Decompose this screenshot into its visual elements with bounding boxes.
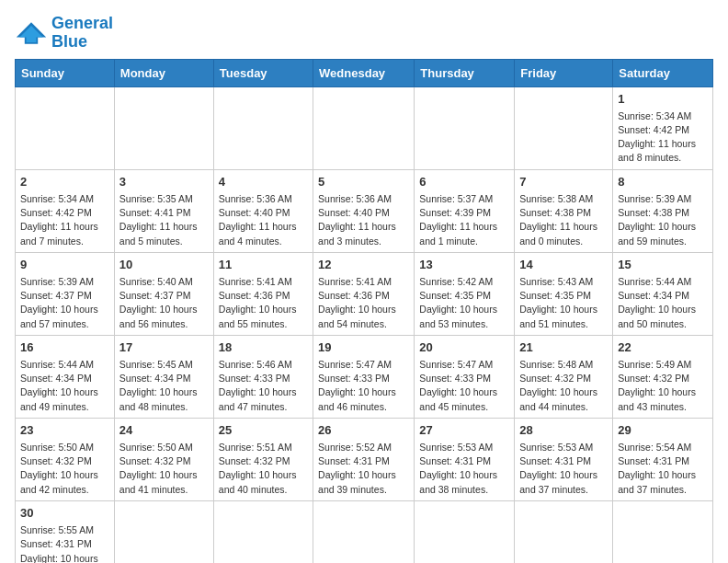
calendar-cell: 14Sunrise: 5:43 AM Sunset: 4:35 PM Dayli… bbox=[515, 252, 613, 335]
calendar-cell: 2Sunrise: 5:34 AM Sunset: 4:42 PM Daylig… bbox=[16, 169, 115, 252]
day-info: Sunrise: 5:54 AM Sunset: 4:31 PM Dayligh… bbox=[618, 441, 708, 497]
day-number: 22 bbox=[618, 339, 708, 356]
header-friday: Friday bbox=[515, 59, 613, 86]
calendar-cell bbox=[313, 86, 415, 169]
day-number: 7 bbox=[519, 174, 608, 190]
calendar-cell: 8Sunrise: 5:39 AM Sunset: 4:38 PM Daylig… bbox=[613, 169, 713, 252]
day-number: 23 bbox=[20, 422, 109, 439]
calendar-week-5: 30Sunrise: 5:55 AM Sunset: 4:31 PM Dayli… bbox=[16, 500, 713, 563]
calendar-cell bbox=[415, 500, 515, 563]
day-number: 28 bbox=[519, 422, 608, 439]
calendar-week-1: 2Sunrise: 5:34 AM Sunset: 4:42 PM Daylig… bbox=[16, 169, 713, 252]
calendar-cell: 3Sunrise: 5:35 AM Sunset: 4:41 PM Daylig… bbox=[114, 169, 213, 252]
day-info: Sunrise: 5:41 AM Sunset: 4:36 PM Dayligh… bbox=[318, 275, 409, 331]
calendar-week-2: 9Sunrise: 5:39 AM Sunset: 4:37 PM Daylig… bbox=[16, 252, 713, 335]
day-number: 30 bbox=[20, 505, 109, 522]
day-info: Sunrise: 5:44 AM Sunset: 4:34 PM Dayligh… bbox=[618, 275, 708, 331]
day-number: 15 bbox=[618, 257, 708, 273]
day-info: Sunrise: 5:36 AM Sunset: 4:40 PM Dayligh… bbox=[219, 192, 308, 248]
day-info: Sunrise: 5:40 AM Sunset: 4:37 PM Dayligh… bbox=[119, 275, 209, 331]
day-info: Sunrise: 5:47 AM Sunset: 4:33 PM Dayligh… bbox=[318, 358, 409, 414]
day-info: Sunrise: 5:53 AM Sunset: 4:31 PM Dayligh… bbox=[419, 441, 509, 497]
logo-icon bbox=[15, 20, 48, 46]
day-info: Sunrise: 5:44 AM Sunset: 4:34 PM Dayligh… bbox=[20, 358, 109, 414]
calendar-cell bbox=[415, 86, 515, 169]
day-number: 27 bbox=[419, 422, 509, 439]
day-info: Sunrise: 5:46 AM Sunset: 4:33 PM Dayligh… bbox=[219, 358, 308, 414]
calendar-cell: 22Sunrise: 5:49 AM Sunset: 4:32 PM Dayli… bbox=[613, 335, 713, 418]
day-info: Sunrise: 5:38 AM Sunset: 4:38 PM Dayligh… bbox=[519, 192, 608, 248]
calendar-cell: 13Sunrise: 5:42 AM Sunset: 4:35 PM Dayli… bbox=[415, 252, 515, 335]
day-number: 14 bbox=[519, 257, 608, 273]
day-info: Sunrise: 5:51 AM Sunset: 4:32 PM Dayligh… bbox=[219, 441, 308, 497]
calendar-header-row: SundayMondayTuesdayWednesdayThursdayFrid… bbox=[16, 59, 713, 86]
calendar-cell: 17Sunrise: 5:45 AM Sunset: 4:34 PM Dayli… bbox=[114, 335, 213, 418]
calendar-cell: 6Sunrise: 5:37 AM Sunset: 4:39 PM Daylig… bbox=[415, 169, 515, 252]
header-thursday: Thursday bbox=[415, 59, 515, 86]
day-info: Sunrise: 5:55 AM Sunset: 4:31 PM Dayligh… bbox=[20, 523, 109, 563]
day-number: 10 bbox=[119, 257, 209, 273]
day-info: Sunrise: 5:36 AM Sunset: 4:40 PM Dayligh… bbox=[318, 192, 409, 248]
calendar-cell: 18Sunrise: 5:46 AM Sunset: 4:33 PM Dayli… bbox=[213, 335, 313, 418]
calendar-cell: 21Sunrise: 5:48 AM Sunset: 4:32 PM Dayli… bbox=[515, 335, 613, 418]
day-number: 29 bbox=[618, 422, 708, 439]
day-number: 8 bbox=[618, 174, 708, 190]
day-number: 19 bbox=[318, 339, 409, 356]
day-number: 18 bbox=[219, 339, 308, 356]
day-info: Sunrise: 5:49 AM Sunset: 4:32 PM Dayligh… bbox=[618, 358, 708, 414]
calendar-cell bbox=[213, 86, 313, 169]
logo: General Blue bbox=[15, 15, 113, 52]
day-info: Sunrise: 5:50 AM Sunset: 4:32 PM Dayligh… bbox=[20, 441, 109, 497]
day-info: Sunrise: 5:34 AM Sunset: 4:42 PM Dayligh… bbox=[20, 192, 109, 248]
day-info: Sunrise: 5:48 AM Sunset: 4:32 PM Dayligh… bbox=[519, 358, 608, 414]
day-number: 3 bbox=[119, 174, 209, 190]
day-number: 20 bbox=[419, 339, 509, 356]
calendar-cell: 24Sunrise: 5:50 AM Sunset: 4:32 PM Dayli… bbox=[114, 418, 213, 500]
calendar-cell: 1Sunrise: 5:34 AM Sunset: 4:42 PM Daylig… bbox=[613, 86, 713, 169]
calendar-cell bbox=[16, 86, 115, 169]
calendar-cell bbox=[515, 86, 613, 169]
header-monday: Monday bbox=[114, 59, 213, 86]
day-number: 4 bbox=[219, 174, 308, 190]
day-info: Sunrise: 5:39 AM Sunset: 4:37 PM Dayligh… bbox=[20, 275, 109, 331]
day-info: Sunrise: 5:39 AM Sunset: 4:38 PM Dayligh… bbox=[618, 192, 708, 248]
day-info: Sunrise: 5:42 AM Sunset: 4:35 PM Dayligh… bbox=[419, 275, 509, 331]
day-info: Sunrise: 5:50 AM Sunset: 4:32 PM Dayligh… bbox=[119, 441, 209, 497]
day-number: 17 bbox=[119, 339, 209, 356]
calendar-cell: 10Sunrise: 5:40 AM Sunset: 4:37 PM Dayli… bbox=[114, 252, 213, 335]
day-number: 21 bbox=[519, 339, 608, 356]
day-info: Sunrise: 5:45 AM Sunset: 4:34 PM Dayligh… bbox=[119, 358, 209, 414]
day-info: Sunrise: 5:52 AM Sunset: 4:31 PM Dayligh… bbox=[318, 441, 409, 497]
day-number: 12 bbox=[318, 257, 409, 273]
header-sunday: Sunday bbox=[16, 59, 115, 86]
calendar-cell: 23Sunrise: 5:50 AM Sunset: 4:32 PM Dayli… bbox=[16, 418, 115, 500]
day-number: 26 bbox=[318, 422, 409, 439]
calendar-cell bbox=[213, 500, 313, 563]
day-number: 25 bbox=[219, 422, 308, 439]
day-info: Sunrise: 5:37 AM Sunset: 4:39 PM Dayligh… bbox=[419, 192, 509, 248]
day-info: Sunrise: 5:53 AM Sunset: 4:31 PM Dayligh… bbox=[519, 441, 608, 497]
calendar-week-0: 1Sunrise: 5:34 AM Sunset: 4:42 PM Daylig… bbox=[16, 86, 713, 169]
header-saturday: Saturday bbox=[613, 59, 713, 86]
page-container: General Blue SundayMondayTuesdayWednesda… bbox=[15, 15, 713, 563]
day-number: 5 bbox=[318, 174, 409, 190]
day-info: Sunrise: 5:41 AM Sunset: 4:36 PM Dayligh… bbox=[219, 275, 308, 331]
day-number: 11 bbox=[219, 257, 308, 273]
day-info: Sunrise: 5:34 AM Sunset: 4:42 PM Dayligh… bbox=[618, 109, 708, 166]
logo-text: General Blue bbox=[51, 15, 113, 52]
day-number: 9 bbox=[20, 257, 109, 273]
calendar-cell: 7Sunrise: 5:38 AM Sunset: 4:38 PM Daylig… bbox=[515, 169, 613, 252]
calendar-cell bbox=[613, 500, 713, 563]
calendar-cell bbox=[313, 500, 415, 563]
calendar-cell: 29Sunrise: 5:54 AM Sunset: 4:31 PM Dayli… bbox=[613, 418, 713, 500]
calendar-cell: 11Sunrise: 5:41 AM Sunset: 4:36 PM Dayli… bbox=[213, 252, 313, 335]
day-info: Sunrise: 5:47 AM Sunset: 4:33 PM Dayligh… bbox=[419, 358, 509, 414]
calendar-cell: 12Sunrise: 5:41 AM Sunset: 4:36 PM Dayli… bbox=[313, 252, 415, 335]
calendar-cell: 19Sunrise: 5:47 AM Sunset: 4:33 PM Dayli… bbox=[313, 335, 415, 418]
calendar-cell: 16Sunrise: 5:44 AM Sunset: 4:34 PM Dayli… bbox=[16, 335, 115, 418]
calendar-cell: 20Sunrise: 5:47 AM Sunset: 4:33 PM Dayli… bbox=[415, 335, 515, 418]
calendar-cell: 5Sunrise: 5:36 AM Sunset: 4:40 PM Daylig… bbox=[313, 169, 415, 252]
calendar-cell: 15Sunrise: 5:44 AM Sunset: 4:34 PM Dayli… bbox=[613, 252, 713, 335]
day-info: Sunrise: 5:43 AM Sunset: 4:35 PM Dayligh… bbox=[519, 275, 608, 331]
header: General Blue bbox=[15, 15, 713, 52]
